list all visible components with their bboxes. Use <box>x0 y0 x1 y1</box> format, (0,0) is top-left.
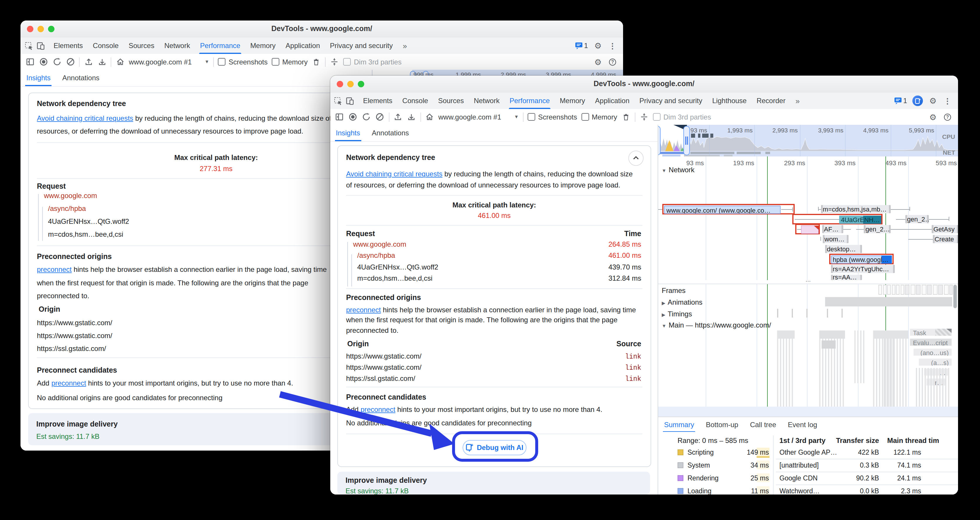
animations-track-header[interactable]: ▶Animations <box>662 298 702 306</box>
inspect-icon[interactable] <box>24 41 33 50</box>
help-icon[interactable]: ? <box>943 112 952 121</box>
network-request-bar[interactable]: www.google.com/ (www.google.co… <box>664 205 781 214</box>
clear-icon[interactable] <box>375 112 385 121</box>
memory-checkbox[interactable]: Memory <box>581 113 617 121</box>
avoid-chaining-link[interactable]: Avoid chaining critical requests <box>37 114 133 123</box>
panel-settings-gear-icon[interactable]: ⚙ <box>593 57 603 67</box>
dim-3rd-parties-checkbox[interactable]: Dim 3rd parties <box>344 58 402 66</box>
timings-track-header[interactable]: ▶Timings <box>662 310 692 318</box>
request-row[interactable]: 4UaGrENHsx…QtG.woff2 <box>48 217 129 226</box>
network-request-bar[interactable]: rs=AA… <box>831 275 862 280</box>
tab-elements[interactable]: Elements <box>358 93 397 109</box>
tab-insights[interactable]: Insights <box>21 70 57 86</box>
garbage-collect-icon[interactable] <box>621 112 631 121</box>
main-thread-time-header[interactable]: Main thread tim <box>887 437 939 445</box>
request-row[interactable]: www.google.com <box>44 191 97 200</box>
tab-memory[interactable]: Memory <box>555 93 590 109</box>
request-row[interactable]: m=cdos,hsm…bee,d,csi <box>357 274 433 282</box>
timeline-hscroll[interactable] <box>658 407 958 416</box>
network-resize-handle[interactable]: ⋯ <box>658 280 958 284</box>
network-request-highlight[interactable]: www.google.com/ (www.google.co… <box>662 204 795 214</box>
tab-memory[interactable]: Memory <box>245 38 281 54</box>
tab-annotations[interactable]: Annotations <box>57 70 105 86</box>
origin-source-link[interactable]: link <box>625 375 641 382</box>
reload-record-icon[interactable] <box>52 57 62 67</box>
flame-anonymous-bar[interactable]: (ano…us) <box>913 348 952 356</box>
tab-console[interactable]: Console <box>397 93 433 109</box>
tab-sources[interactable]: Sources <box>433 93 469 109</box>
minimap-right-handle[interactable] <box>683 126 690 155</box>
issues-counter[interactable]: 1 <box>575 41 588 50</box>
request-row[interactable]: /async/hpba <box>357 251 395 260</box>
history-dropdown[interactable]: www.google.com #1▼ <box>438 113 519 121</box>
record-icon[interactable] <box>348 112 358 121</box>
home-icon[interactable] <box>115 57 125 67</box>
request-row[interactable]: 4UaGrENHsx…QtG.woff2 <box>357 263 438 271</box>
more-tabs-button[interactable]: » <box>398 38 412 54</box>
toggle-sidebar-icon[interactable] <box>335 112 344 121</box>
issues-counter[interactable]: 1 <box>894 97 907 105</box>
party-column-header[interactable]: 1st / 3rd party <box>780 437 826 445</box>
toggle-sidebar-icon[interactable] <box>25 57 35 67</box>
ai-assistance-icon[interactable] <box>912 96 923 106</box>
reload-record-icon[interactable] <box>362 112 371 121</box>
network-request-bar[interactable]: hpba (www.googl… <box>831 255 889 263</box>
tab-application[interactable]: Application <box>590 93 634 109</box>
tab-annotations[interactable]: Annotations <box>366 125 415 141</box>
network-track-header[interactable]: ▼Network <box>662 166 695 174</box>
tab-application[interactable]: Application <box>280 38 325 54</box>
request-row[interactable]: www.google.com <box>353 240 406 248</box>
collapse-sections-icon[interactable] <box>330 57 339 67</box>
tab-event-log[interactable]: Event log <box>782 417 823 432</box>
tab-bottom-up[interactable]: Bottom-up <box>700 417 744 432</box>
request-row[interactable]: /async/hpba <box>48 204 86 213</box>
minimize-button[interactable] <box>38 26 44 32</box>
panel-settings-gear-icon[interactable]: ⚙ <box>928 112 937 121</box>
tab-insights[interactable]: Insights <box>330 125 366 141</box>
network-request-bar[interactable]: GetAsy <box>932 225 958 233</box>
minimize-button[interactable] <box>347 81 353 87</box>
avoid-chaining-link[interactable]: Avoid chaining critical requests <box>346 170 442 178</box>
party-row-name[interactable]: [unattributed] <box>780 462 819 469</box>
download-profile-icon[interactable] <box>97 57 107 67</box>
tab-elements[interactable]: Elements <box>49 38 88 54</box>
settings-gear-icon[interactable]: ⚙ <box>928 96 937 105</box>
screenshots-checkbox[interactable]: Screenshots <box>218 58 267 66</box>
tab-sources[interactable]: Sources <box>124 38 159 54</box>
tab-lighthouse[interactable]: Lighthouse <box>707 93 752 109</box>
device-toolbar-icon[interactable] <box>345 96 355 105</box>
tab-console[interactable]: Console <box>88 38 124 54</box>
flame-task-bar[interactable]: Task <box>910 328 952 336</box>
network-request-bar[interactable]: rs=AA2YrTvgUhc… <box>831 265 895 273</box>
dim-3rd-parties-checkbox[interactable]: Dim 3rd parties <box>653 113 711 121</box>
tab-network[interactable]: Network <box>469 93 504 109</box>
request-row[interactable]: m=cdos,hsm…bee,d,csi <box>48 230 123 238</box>
debug-with-ai-button[interactable]: Debug with AI <box>463 440 527 455</box>
network-request-bar[interactable]: desktop… <box>825 245 862 253</box>
more-options-icon[interactable]: ⋮ <box>608 41 617 50</box>
network-request-highlight[interactable]: hpba (www.googl… <box>829 254 894 264</box>
network-request-highlight[interactable]: 4UaGrENH… <box>792 214 883 224</box>
collapse-sections-icon[interactable] <box>640 112 649 121</box>
party-row-name[interactable]: Google CDN <box>780 475 818 482</box>
preconnect-link[interactable]: preconnect <box>37 265 72 274</box>
settings-gear-icon[interactable]: ⚙ <box>593 41 603 50</box>
record-icon[interactable] <box>39 57 48 67</box>
transfer-size-header[interactable]: Transfer size <box>834 437 879 445</box>
party-row-name[interactable]: Other Google AP… <box>780 449 837 456</box>
upload-profile-icon[interactable] <box>84 57 93 67</box>
tab-performance[interactable]: Performance <box>195 38 245 54</box>
network-request-bar[interactable]: m=cdos,hsm,jsa,mb… <box>821 205 891 213</box>
party-row-name[interactable]: Watchword… <box>780 488 819 494</box>
tab-summary[interactable]: Summary <box>658 417 700 432</box>
improve-image-delivery-card[interactable]: Improve image delivery Est savings: 11.7… <box>337 472 650 494</box>
improve-image-delivery-card[interactable]: Improve image delivery Est savings: 11.7… <box>28 413 356 445</box>
close-button[interactable] <box>27 26 33 32</box>
tracks-scrollbar[interactable] <box>953 285 957 308</box>
download-profile-icon[interactable] <box>407 112 416 121</box>
close-button[interactable] <box>336 81 343 87</box>
tab-call-tree[interactable]: Call tree <box>744 417 782 432</box>
tab-recorder[interactable]: Recorder <box>752 93 791 109</box>
network-request-bar[interactable]: AF… <box>822 225 843 233</box>
preconnect-link[interactable]: preconnect <box>360 405 395 413</box>
